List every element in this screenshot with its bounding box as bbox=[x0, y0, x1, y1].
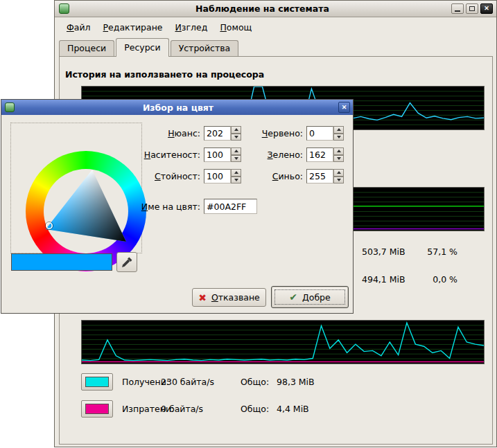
spin-down-icon[interactable] bbox=[231, 155, 241, 163]
cpu-section-title: История на използването на процесора bbox=[65, 69, 264, 80]
hue-label: Нюанс: bbox=[118, 126, 200, 141]
tab-bar: Процеси Ресурси Устройства bbox=[59, 38, 240, 57]
ok-button[interactable]: ✔ Добре bbox=[271, 286, 349, 308]
dialog-icon bbox=[5, 102, 15, 112]
spin-up-icon[interactable] bbox=[333, 147, 344, 155]
spin-up-icon[interactable] bbox=[333, 169, 344, 177]
value-label: Стойност: bbox=[118, 169, 200, 183]
received-total-label: Общо: bbox=[241, 373, 269, 391]
close-icon: ✕ bbox=[484, 6, 489, 12]
main-titlebar[interactable]: Наблюдение на системата ✕ bbox=[55, 1, 496, 17]
color-name-input[interactable] bbox=[204, 199, 257, 214]
network-history-chart bbox=[81, 320, 485, 364]
sent-total: 4,4 MiB bbox=[277, 400, 309, 418]
maximize-icon bbox=[469, 6, 475, 11]
received-color-swatch bbox=[85, 377, 109, 387]
swap-used-percent: 0,0 % bbox=[392, 274, 457, 285]
spin-up-icon[interactable] bbox=[231, 147, 241, 155]
tab-processes[interactable]: Процеси bbox=[59, 40, 114, 56]
hue-stepper[interactable] bbox=[231, 126, 241, 141]
color-name-label: Име на цвят: bbox=[118, 199, 200, 214]
menu-file[interactable]: Файл bbox=[60, 19, 97, 35]
green-label: Зелено: bbox=[245, 147, 303, 162]
dialog-title: Избор на цвят bbox=[18, 102, 338, 113]
tab-resources[interactable]: Ресурси bbox=[116, 38, 168, 57]
close-button[interactable]: ✕ bbox=[480, 3, 493, 14]
blue-label: Синьо: bbox=[245, 169, 303, 183]
dialog-close-button[interactable]: ✕ bbox=[338, 102, 350, 113]
eyedropper-icon bbox=[121, 256, 133, 269]
color-wheel-frame bbox=[10, 123, 142, 253]
spin-down-icon[interactable] bbox=[231, 134, 241, 141]
cancel-button-label: Отказване bbox=[211, 292, 260, 303]
eyedropper-button[interactable] bbox=[116, 252, 137, 272]
ok-icon: ✔ bbox=[289, 292, 297, 303]
memory-used-percent: 57,1 % bbox=[392, 247, 457, 258]
minimize-icon bbox=[455, 10, 460, 12]
blue-input[interactable] bbox=[306, 169, 333, 183]
green-input[interactable] bbox=[306, 147, 333, 162]
minimize-button[interactable] bbox=[451, 3, 464, 14]
network-received-row: Получени: 230 байта/s Общо: 98,3 MiB bbox=[81, 373, 485, 391]
menu-edit[interactable]: Редактиране bbox=[97, 19, 169, 35]
spin-up-icon[interactable] bbox=[333, 126, 344, 134]
cancel-icon: ✖ bbox=[198, 292, 207, 303]
ok-button-label: Добре bbox=[302, 292, 331, 303]
red-label: Червено: bbox=[245, 126, 303, 141]
maximize-button[interactable] bbox=[466, 3, 478, 14]
spin-up-icon[interactable] bbox=[231, 126, 241, 134]
received-total: 98,3 MiB bbox=[277, 373, 315, 391]
value-stepper[interactable] bbox=[231, 169, 241, 183]
spin-up-icon[interactable] bbox=[231, 169, 241, 177]
saturation-input[interactable] bbox=[204, 147, 231, 162]
close-icon: ✕ bbox=[342, 104, 347, 111]
received-color-button[interactable] bbox=[81, 373, 113, 391]
green-stepper[interactable] bbox=[333, 147, 344, 162]
current-color-swatch bbox=[11, 253, 112, 271]
dialog-titlebar[interactable]: Избор на цвят ✕ bbox=[1, 100, 353, 115]
sent-rate: 0 байта/s bbox=[161, 400, 203, 418]
menu-view[interactable]: Изглед bbox=[169, 19, 214, 35]
window-controls: ✕ bbox=[451, 3, 493, 14]
spin-down-icon[interactable] bbox=[333, 177, 344, 184]
tab-devices[interactable]: Устройства bbox=[171, 40, 239, 56]
color-picker-dialog: Избор на цвят ✕ bbox=[1, 99, 354, 314]
app-icon bbox=[59, 3, 69, 14]
spin-down-icon[interactable] bbox=[231, 177, 241, 184]
spin-down-icon[interactable] bbox=[333, 134, 344, 141]
sent-color-swatch bbox=[85, 404, 109, 414]
red-input[interactable] bbox=[306, 126, 333, 141]
red-stepper[interactable] bbox=[333, 126, 344, 141]
blue-stepper[interactable] bbox=[333, 169, 344, 183]
spin-down-icon[interactable] bbox=[333, 155, 344, 163]
main-window-title: Наблюдение на системата bbox=[73, 3, 451, 14]
received-rate: 230 байта/s bbox=[161, 373, 214, 391]
menubar: Файл Редактиране Изглед Помощ bbox=[60, 19, 258, 35]
sent-color-button[interactable] bbox=[81, 400, 113, 418]
saturation-label: Наситеност: bbox=[118, 147, 200, 162]
network-sent-row: Изпратени: 0 байта/s Общо: 4,4 MiB bbox=[81, 400, 485, 418]
desktop: Наблюдение на системата ✕ Файл Редактира… bbox=[0, 0, 497, 448]
saturation-stepper[interactable] bbox=[231, 147, 241, 162]
cancel-button[interactable]: ✖ Отказване bbox=[192, 288, 266, 307]
menu-help[interactable]: Помощ bbox=[213, 19, 258, 35]
value-input[interactable] bbox=[204, 169, 231, 183]
sent-total-label: Общо: bbox=[241, 400, 269, 418]
hue-input[interactable] bbox=[204, 126, 231, 141]
